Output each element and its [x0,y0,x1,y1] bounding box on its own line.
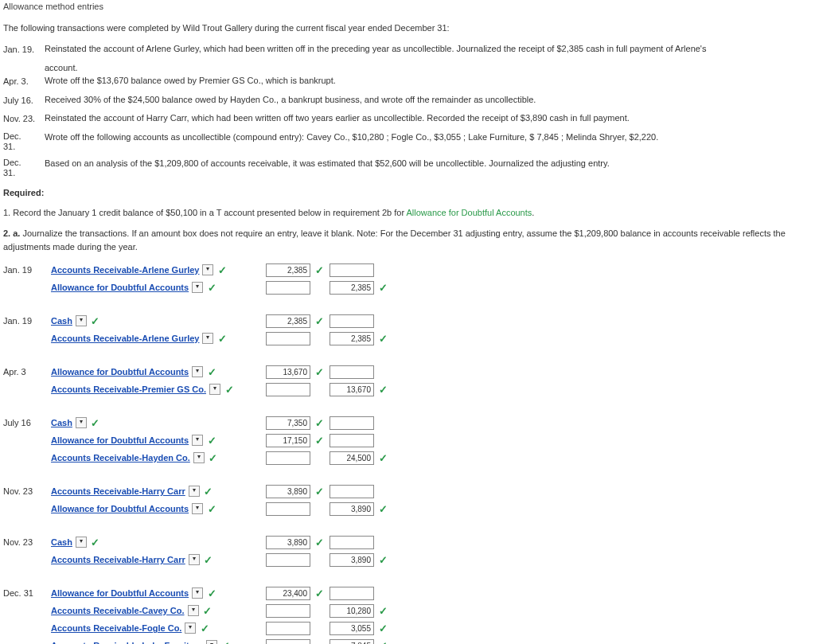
journal-row: Allowance for Doubtful Accounts▾✓2,385✓ [3,279,812,296]
debit-input[interactable] [266,332,310,345]
check-icon: ✓ [314,365,325,381]
account-select[interactable]: Accounts Receivable-Premier GS Co. [51,383,206,396]
credit-input[interactable] [330,365,374,379]
transaction-date: July 16. [3,93,45,107]
debit-input[interactable] [266,383,310,396]
journal-row: Nov. 23Accounts Receivable-Harry Carr▾✓3… [3,482,812,500]
check-icon: ✓ [206,280,217,296]
dropdown-icon[interactable]: ▾ [202,333,213,344]
allowance-link: Allowance for Doubtful Accounts [407,208,532,217]
check-icon: ✓ [90,314,101,330]
dropdown-icon[interactable]: ▾ [192,435,203,446]
journal-date: July 16 [3,416,51,430]
account-select[interactable]: Cash [51,416,72,430]
check-icon: ✓ [314,314,325,330]
journal-group: Jan. 19Cash▾✓2,385✓Accounts Receivable-A… [3,312,812,347]
dropdown-icon[interactable]: ▾ [192,282,203,293]
dropdown-icon[interactable]: ▾ [192,587,203,599]
account-select[interactable]: Accounts Receivable-Lake Furniture [51,639,203,644]
debit-input[interactable]: 2,385 [266,263,310,277]
debit-input[interactable] [266,502,310,516]
intro-text: The following transactions were complete… [3,21,812,35]
debit-input[interactable]: 2,385 [266,314,310,328]
account-select[interactable]: Allowance for Doubtful Accounts [51,434,189,447]
credit-input[interactable]: 13,670 [330,383,374,396]
credit-input[interactable]: 7,845 [330,639,374,644]
dropdown-icon[interactable]: ▾ [189,486,200,497]
credit-cell [330,587,393,600]
dropdown-icon[interactable]: ▾ [188,605,199,616]
check-icon: ✓ [377,621,388,637]
account-select[interactable]: Accounts Receivable-Harry Carr [51,553,185,567]
journal-date: Nov. 23 [3,485,51,498]
req1-post: . [532,208,534,217]
debit-input[interactable] [266,622,310,635]
check-icon: ✓ [314,263,325,279]
credit-input[interactable] [330,314,374,328]
account-select[interactable]: Accounts Receivable-Fogle Co. [51,622,181,635]
credit-cell: 13,670✓ [330,382,393,398]
credit-input[interactable] [330,263,374,277]
account-select[interactable]: Accounts Receivable-Cavey Co. [51,604,185,618]
page-title: Allowance method entries [3,0,812,14]
credit-input[interactable] [330,416,374,430]
credit-input[interactable] [330,434,374,447]
account-cell: Allowance for Doubtful Accounts▾✓ [51,365,266,381]
dropdown-icon[interactable]: ▾ [76,417,87,428]
debit-input[interactable] [266,553,310,567]
credit-input[interactable]: 24,500 [330,451,374,465]
check-icon: ✓ [90,535,101,551]
debit-input[interactable]: 3,890 [266,485,310,498]
account-select[interactable]: Allowance for Doubtful Accounts [51,502,189,516]
credit-input[interactable]: 3,890 [330,502,374,516]
check-icon: ✓ [377,502,388,517]
credit-input[interactable]: 2,385 [330,332,374,345]
dropdown-icon[interactable]: ▾ [209,384,220,395]
account-cell: Accounts Receivable-Arlene Gurley▾✓ [51,263,266,279]
account-select[interactable]: Allowance for Doubtful Accounts [51,281,189,295]
account-select[interactable]: Accounts Receivable-Harry Carr [51,485,185,498]
dropdown-icon[interactable]: ▾ [193,452,205,463]
check-icon: ✓ [206,365,217,381]
check-icon: ✓ [377,638,388,645]
credit-input[interactable]: 3,890 [330,553,374,567]
dropdown-icon[interactable]: ▾ [206,640,217,644]
debit-input[interactable] [266,639,310,644]
account-select[interactable]: Allowance for Doubtful Accounts [51,365,189,379]
account-cell: Accounts Receivable-Harry Carr▾✓ [51,484,266,500]
debit-input[interactable] [266,604,310,618]
transaction-row: Dec.31.Wrote off the following accounts … [3,131,812,152]
account-select[interactable]: Accounts Receivable-Arlene Gurley [51,263,199,277]
debit-input[interactable]: 17,150 [266,434,310,447]
debit-input[interactable]: 3,890 [266,536,310,549]
debit-cell: 13,670✓ [266,365,330,381]
credit-input[interactable]: 2,385 [330,281,374,295]
account-select[interactable]: Accounts Receivable-Arlene Gurley [51,332,199,345]
dropdown-icon[interactable]: ▾ [76,537,87,548]
debit-input[interactable]: 13,670 [266,365,310,379]
transaction-row: July 16.Received 30% of the $24,500 bala… [3,93,812,107]
debit-input[interactable] [266,281,310,295]
debit-input[interactable]: 23,400 [266,587,310,600]
credit-input[interactable] [330,536,374,549]
debit-input[interactable] [266,451,310,465]
credit-input[interactable] [330,587,374,600]
account-select[interactable]: Cash [51,536,72,549]
journal-group: Jan. 19Accounts Receivable-Arlene Gurley… [3,261,812,296]
account-cell: Allowance for Doubtful Accounts▾✓ [51,433,266,449]
dropdown-icon[interactable]: ▾ [192,366,203,377]
account-select[interactable]: Allowance for Doubtful Accounts [51,587,189,600]
dropdown-icon[interactable]: ▾ [189,554,200,565]
dropdown-icon[interactable]: ▾ [76,315,87,326]
journal-date: Jan. 19 [3,263,51,277]
transaction-date: Dec.31. [3,157,45,178]
dropdown-icon[interactable]: ▾ [185,623,196,634]
credit-input[interactable]: 10,280 [330,604,374,618]
credit-input[interactable] [330,485,374,498]
credit-input[interactable]: 3,055 [330,622,374,635]
dropdown-icon[interactable]: ▾ [202,264,213,275]
debit-input[interactable]: 7,350 [266,416,310,430]
account-select[interactable]: Cash [51,314,72,328]
account-select[interactable]: Accounts Receivable-Hayden Co. [51,451,190,465]
dropdown-icon[interactable]: ▾ [192,503,203,514]
